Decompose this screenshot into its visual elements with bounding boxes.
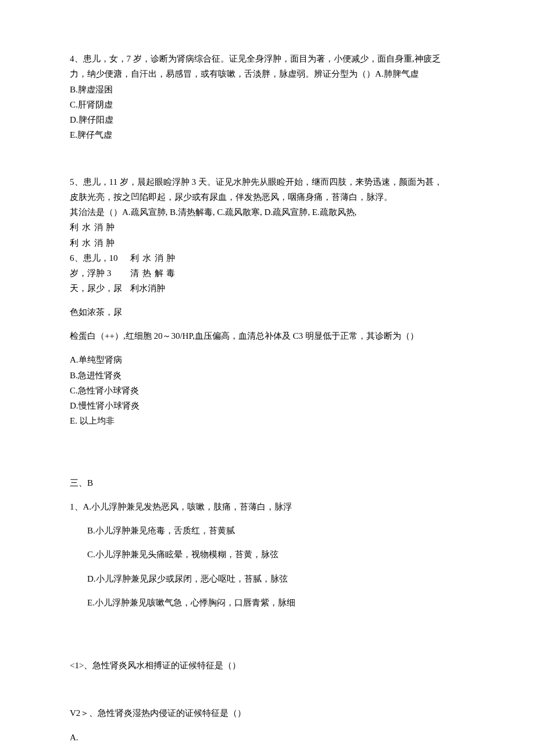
sb-sub2-option-a: A. xyxy=(70,730,465,745)
q6-option-d: D.慢性肾小球肾炎 xyxy=(70,398,465,413)
q4-stem-line1: 4、患儿，女，7 岁，诊断为肾病综合征。证见全身浮肿，面目为著，小便减少，面自身… xyxy=(70,51,465,66)
sb-q1-option-d: D.小儿浮肿兼见尿少或尿闭，恶心呕吐，苔腻，脉弦 xyxy=(87,571,465,586)
q6-line4: 色如浓茶，尿 xyxy=(70,304,465,320)
sb-q1-option-a: 1、A.小儿浮肿兼见发热恶风，咳嗽，肢痛，苔薄白，脉浮 xyxy=(70,499,465,514)
q5-stem-line1: 5、患儿，11 岁，晨起眼睑浮肿 3 天。证见水肿先从眼睑开始，继而四肢，来势迅… xyxy=(70,174,465,189)
q6-right-line3: 利水消肿 xyxy=(130,284,165,293)
sb-sub2: V2＞、急性肾炎湿热内侵证的证候特征是（） xyxy=(70,705,465,721)
q6-option-a: A.单纯型肾病 xyxy=(70,352,465,367)
q6-left-line1: 6、患儿，10 xyxy=(70,250,130,266)
q4-option-d: D.脾仔阳虚 xyxy=(70,112,465,127)
q4-option-b: B.脾虚湿困 xyxy=(70,82,465,97)
q5-stem-line3: 其治法是（）A.疏风宣肺, B.清热解毒, C.疏风散寒, D.疏风宣肺, E.… xyxy=(70,205,465,220)
q4-stem-line2: 力，纳少便溏，自汗出，易感冒，或有咳嗽，舌淡胖，脉虚弱。辨证分型为（）A.肺脾气… xyxy=(70,66,465,81)
sb-q1-option-e: E.小儿浮肿兼见咳嗽气急，心悸胸闷，口唇青紫，脉细 xyxy=(87,595,465,610)
q4-option-c: C.肝肾阴虚 xyxy=(70,97,465,112)
question-6: 6、患儿，10利 水 消 肿 岁，浮肿 3清 热 解 毒 天，尿少，尿利水消肿 … xyxy=(70,250,465,429)
question-5: 5、患儿，11 岁，晨起眼睑浮肿 3 天。证见水肿先从眼睑开始，继而四肢，来势迅… xyxy=(70,174,465,250)
q6-right-line1: 利 水 消 肿 xyxy=(130,253,176,263)
q6-left-line3: 天，尿少，尿 xyxy=(70,281,130,296)
q6-line5: 检蛋白（++）,红细胞 20～30/HP,血压偏高，血清总补体及 C3 明显低于… xyxy=(70,328,465,343)
q6-left-line2: 岁，浮肿 3 xyxy=(70,266,130,281)
question-4: 4、患儿，女，7 岁，诊断为肾病综合征。证见全身浮肿，面目为著，小便减少，面自身… xyxy=(70,51,465,143)
q4-option-e: E.脾仔气虚 xyxy=(70,127,465,142)
sb-sub2-option-b: B. xyxy=(70,754,465,756)
q6-option-c: C.急性肾小球肾炎 xyxy=(70,383,465,398)
q5-stem-line2: 皮肤光亮，按之凹陷即起，尿少或有尿血，伴发热恶风，咽痛身痛，苔薄白，脉浮。 xyxy=(70,189,465,205)
section-b-heading: 三、B xyxy=(70,475,465,490)
q6-option-b: B.急进性肾炎 xyxy=(70,368,465,383)
q6-option-e: E. 以上均非 xyxy=(70,413,465,428)
q5-mid-line1: 利 水 消 肿 xyxy=(70,220,465,235)
q6-right-line2: 清 热 解 毒 xyxy=(130,268,176,278)
sb-sub1: <1>、急性肾炎风水相搏证的证候特征是（） xyxy=(70,658,465,673)
q5-mid-line2: 利 水 消 肿 xyxy=(70,235,465,250)
sb-q1-option-b: B.小儿浮肿兼见疮毒，舌质红，苔黄腻 xyxy=(87,523,465,538)
sb-q1-option-c: C.小儿浮肿兼见头痛眩晕，视物模糊，苔黄，脉弦 xyxy=(87,547,465,562)
